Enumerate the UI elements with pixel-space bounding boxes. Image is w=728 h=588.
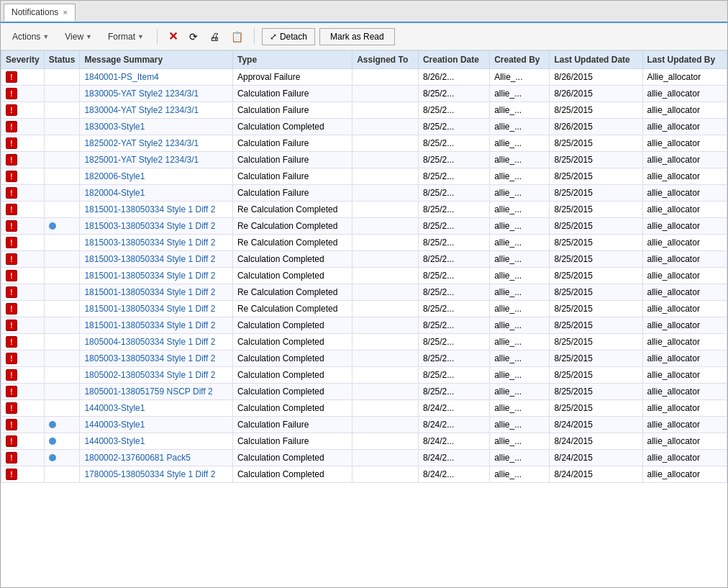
message-link[interactable]: 1830005-YAT Style2 1234/3/1 — [84, 89, 199, 99]
message-summary-cell[interactable]: 1815001-138050334 Style 1 Diff 2 — [80, 301, 233, 317]
table-row[interactable]: !1815003-138050334 Style 1 Diff 2Calcula… — [1, 251, 727, 268]
table-row[interactable]: !1830004-YAT Style2 1234/3/1Calculation … — [1, 102, 727, 119]
message-summary-cell[interactable]: 1805004-138050334 Style 1 Diff 2 — [80, 334, 233, 350]
severity-cell: ! — [1, 69, 45, 86]
table-row[interactable]: !1805003-138050334 Style 1 Diff 2Calcula… — [1, 350, 727, 367]
message-link[interactable]: 1830004-YAT Style2 1234/3/1 — [84, 105, 199, 115]
col-status[interactable]: Status — [44, 51, 80, 69]
table-row[interactable]: !1840001-PS_Item4Approval Failure8/26/2.… — [1, 69, 727, 86]
message-summary-cell[interactable]: 1815001-138050334 Style 1 Diff 2 — [80, 284, 233, 301]
table-row[interactable]: !1830005-YAT Style2 1234/3/1Calculation … — [1, 86, 727, 102]
message-link[interactable]: 1805003-138050334 Style 1 Diff 2 — [84, 353, 215, 363]
table-row[interactable]: !1825002-YAT Style2 1234/3/1Calculation … — [1, 135, 727, 152]
format-button[interactable]: Format ▼ — [102, 30, 150, 44]
message-summary-cell[interactable]: 1815003-138050334 Style 1 Diff 2 — [80, 218, 233, 235]
message-link[interactable]: 1820004-Style1 — [84, 188, 145, 198]
table-row[interactable]: !1825001-YAT Style2 1234/3/1Calculation … — [1, 152, 727, 168]
message-link[interactable]: 1825001-YAT Style2 1234/3/1 — [84, 155, 199, 165]
message-link[interactable]: 1805001-138051759 NSCP Diff 2 — [84, 386, 212, 397]
table-row[interactable]: !1440003-Style1Calculation Failure8/24/2… — [1, 433, 727, 450]
message-link[interactable]: 1815003-138050334 Style 1 Diff 2 — [84, 254, 215, 264]
message-summary-cell[interactable]: 1440003-Style1 — [80, 417, 233, 433]
message-link[interactable]: 1815001-138050334 Style 1 Diff 2 — [84, 320, 215, 330]
table-row[interactable]: !1800002-137600681 Pack5Calculation Comp… — [1, 450, 727, 466]
message-summary-cell[interactable]: 1830005-YAT Style2 1234/3/1 — [80, 86, 233, 102]
col-type[interactable]: Type — [232, 51, 352, 69]
col-creation-date[interactable]: Creation Date — [418, 51, 489, 69]
message-summary-cell[interactable]: 1805001-138051759 NSCP Diff 2 — [80, 384, 233, 400]
refresh-button[interactable]: ⟳ — [186, 29, 201, 45]
table-row[interactable]: !1440003-Style1Calculation Completed8/24… — [1, 400, 727, 417]
message-link[interactable]: 1780005-138050334 Style 1 Diff 2 — [84, 469, 215, 479]
col-last-updated-by[interactable]: Last Updated By — [642, 51, 727, 69]
message-summary-cell[interactable]: 1825002-YAT Style2 1234/3/1 — [80, 135, 233, 152]
message-summary-cell[interactable]: 1780005-138050334 Style 1 Diff 2 — [80, 466, 233, 483]
message-summary-cell[interactable]: 1805003-138050334 Style 1 Diff 2 — [80, 350, 233, 367]
table-row[interactable]: !1815003-138050334 Style 1 Diff 2Re Calc… — [1, 218, 727, 235]
message-link[interactable]: 1840001-PS_Item4 — [84, 72, 158, 82]
message-summary-cell[interactable]: 1815001-138050334 Style 1 Diff 2 — [80, 317, 233, 334]
table-row[interactable]: !1815003-138050334 Style 1 Diff 2Re Calc… — [1, 235, 727, 251]
tab-label: Notifications — [12, 7, 58, 17]
message-link[interactable]: 1440003-Style1 — [84, 403, 145, 413]
table-row[interactable]: !1815001-138050334 Style 1 Diff 2Re Calc… — [1, 284, 727, 301]
print-button[interactable]: 🖨 — [206, 29, 223, 45]
assigned-to-cell — [352, 334, 419, 350]
mark-as-read-button[interactable]: Mark as Read — [319, 28, 395, 45]
table-row[interactable]: !1815001-138050334 Style 1 Diff 2Calcula… — [1, 268, 727, 284]
table-row[interactable]: !1830003-Style1Calculation Completed8/25… — [1, 119, 727, 135]
message-summary-cell[interactable]: 1840001-PS_Item4 — [80, 69, 233, 86]
message-summary-cell[interactable]: 1800002-137600681 Pack5 — [80, 450, 233, 466]
message-summary-cell[interactable]: 1440003-Style1 — [80, 400, 233, 417]
message-summary-cell[interactable]: 1825001-YAT Style2 1234/3/1 — [80, 152, 233, 168]
message-link[interactable]: 1805004-138050334 Style 1 Diff 2 — [84, 337, 215, 347]
message-summary-cell[interactable]: 1815003-138050334 Style 1 Diff 2 — [80, 251, 233, 268]
delete-button[interactable]: ✕ — [165, 27, 181, 45]
created-by-cell: allie_... — [490, 367, 550, 384]
message-link[interactable]: 1815001-138050334 Style 1 Diff 2 — [84, 287, 215, 297]
message-summary-cell[interactable]: 1815001-138050334 Style 1 Diff 2 — [80, 268, 233, 284]
col-message[interactable]: Message Summary — [80, 51, 233, 69]
message-link[interactable]: 1805002-138050334 Style 1 Diff 2 — [84, 370, 215, 380]
message-link[interactable]: 1815001-138050334 Style 1 Diff 2 — [84, 271, 215, 281]
message-link[interactable]: 1440003-Style1 — [84, 420, 145, 430]
message-summary-cell[interactable]: 1820004-Style1 — [80, 185, 233, 202]
table-row[interactable]: !1805004-138050334 Style 1 Diff 2Calcula… — [1, 334, 727, 350]
message-summary-cell[interactable]: 1815003-138050334 Style 1 Diff 2 — [80, 235, 233, 251]
message-link[interactable]: 1815003-138050334 Style 1 Diff 2 — [84, 221, 215, 231]
table-row[interactable]: !1440003-Style1Calculation Failure8/24/2… — [1, 417, 727, 433]
message-summary-cell[interactable]: 1805002-138050334 Style 1 Diff 2 — [80, 367, 233, 384]
message-summary-cell[interactable]: 1830003-Style1 — [80, 119, 233, 135]
actions-button[interactable]: Actions ▼ — [6, 30, 55, 44]
message-summary-cell[interactable]: 1815001-138050334 Style 1 Diff 2 — [80, 202, 233, 218]
view-button[interactable]: View ▼ — [59, 30, 98, 44]
table-row[interactable]: !1805001-138051759 NSCP Diff 2Calculatio… — [1, 384, 727, 400]
message-summary-cell[interactable]: 1830004-YAT Style2 1234/3/1 — [80, 102, 233, 119]
col-severity[interactable]: Severity — [1, 51, 45, 69]
table-row[interactable]: !1820006-Style1Calculation Failure8/25/2… — [1, 168, 727, 185]
severity-error-icon: ! — [6, 187, 17, 199]
message-link[interactable]: 1815001-138050334 Style 1 Diff 2 — [84, 304, 215, 314]
table-row[interactable]: !1815001-138050334 Style 1 Diff 2Calcula… — [1, 317, 727, 334]
table-row[interactable]: !1805002-138050334 Style 1 Diff 2Calcula… — [1, 367, 727, 384]
table-row[interactable]: !1780005-138050334 Style 1 Diff 2Calcula… — [1, 466, 727, 483]
table-row[interactable]: !1815001-138050334 Style 1 Diff 2Re Calc… — [1, 301, 727, 317]
table-row[interactable]: !1815001-138050334 Style 1 Diff 2Re Calc… — [1, 202, 727, 218]
message-link[interactable]: 1440003-Style1 — [84, 436, 145, 446]
col-last-updated-date[interactable]: Last Updated Date — [550, 51, 642, 69]
message-link[interactable]: 1825002-YAT Style2 1234/3/1 — [84, 138, 199, 148]
tab-notifications[interactable]: Notifications × — [4, 4, 76, 22]
tab-close-icon[interactable]: × — [63, 8, 67, 17]
table-row[interactable]: !1820004-Style1Calculation Failure8/25/2… — [1, 185, 727, 202]
message-summary-cell[interactable]: 1440003-Style1 — [80, 433, 233, 450]
message-link[interactable]: 1815003-138050334 Style 1 Diff 2 — [84, 238, 215, 248]
col-assigned-to[interactable]: Assigned To — [352, 51, 419, 69]
message-link[interactable]: 1800002-137600681 Pack5 — [84, 453, 190, 463]
message-link[interactable]: 1820006-Style1 — [84, 171, 145, 181]
message-link[interactable]: 1830003-Style1 — [84, 122, 145, 132]
message-summary-cell[interactable]: 1820006-Style1 — [80, 168, 233, 185]
detach-button[interactable]: ⤢ Detach — [262, 28, 315, 45]
col-created-by[interactable]: Created By — [490, 51, 550, 69]
export-button[interactable]: 📋 — [227, 29, 247, 45]
message-link[interactable]: 1815001-138050334 Style 1 Diff 2 — [84, 204, 215, 214]
